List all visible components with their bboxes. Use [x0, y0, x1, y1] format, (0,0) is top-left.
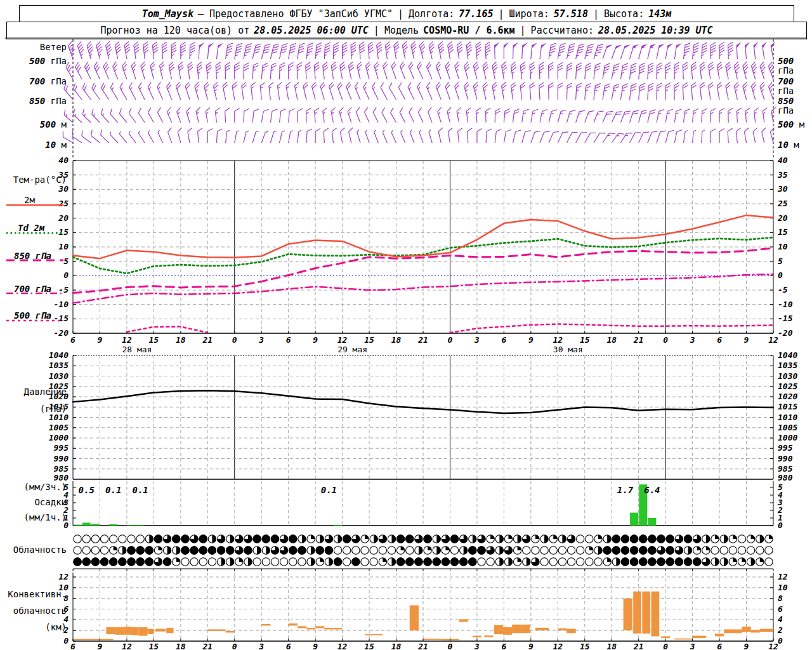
wind-barb-feather — [551, 110, 557, 112]
wind-barb-feather — [299, 43, 304, 45]
cloud-cover-fill — [119, 558, 126, 566]
cloud-cover-fill — [316, 547, 324, 554]
wind-barb-half-feather — [133, 69, 135, 71]
wind-barb-staff — [486, 111, 487, 123]
wind-barb-feather — [700, 67, 705, 70]
pressure-ytick-label-left: 995 — [54, 443, 69, 453]
wind-barb-half-feather — [148, 131, 149, 133]
cloud-cover-fill — [688, 547, 692, 554]
pressure-ytick-label-left: 1000 — [49, 433, 69, 442]
cloud-cover-fill — [136, 558, 144, 566]
wind-barb-staff — [226, 131, 227, 143]
wind-barb-feather — [152, 42, 157, 45]
cloud-cover-symbol — [109, 535, 117, 543]
bottom-hour-label: 3 — [258, 642, 264, 650]
wind-barb-half-feather — [735, 90, 737, 91]
wind-barb-staff — [298, 111, 298, 123]
wind-barb-feather — [148, 108, 151, 113]
wind-barb-feather — [101, 109, 103, 114]
wind-barb-feather — [613, 66, 619, 68]
temp-ytick-label-right: -20 — [778, 328, 793, 338]
wind-barb-staff — [513, 45, 514, 59]
convective-panel: 0022446688101012126912151821036912151821… — [58, 572, 787, 650]
hour-label: 21 — [417, 335, 428, 345]
cloud-cover-fill — [436, 547, 440, 554]
wind-barb-half-feather — [207, 72, 209, 74]
wind-barb-flag — [676, 43, 682, 48]
wind-barb-half-feather — [587, 114, 590, 114]
wind-barb-feather — [639, 86, 645, 88]
wind-barb-feather — [558, 68, 563, 71]
temp-ytick-label-left: -10 — [54, 300, 69, 309]
conv-ytick-label-left: 12 — [58, 572, 69, 581]
wind-barb-half-feather — [269, 87, 272, 89]
wind-barb-half-feather — [278, 87, 280, 89]
bottom-hour-label: 18 — [176, 642, 186, 650]
conv-cloud-bar — [410, 606, 419, 631]
wind-barb-feather — [588, 44, 594, 45]
wind-barb-half-feather — [521, 72, 524, 74]
wind-barb-feather — [245, 51, 251, 53]
wind-barb-staff — [244, 65, 244, 79]
wind-barb-staff — [558, 112, 561, 123]
wind-barb-feather — [408, 83, 411, 88]
wind-barb-staff — [178, 132, 181, 143]
wind-barb-staff — [332, 131, 333, 143]
temp-ytick-label-right: 15 — [778, 227, 788, 237]
cloud-cover-symbol — [594, 558, 602, 566]
wind-barb-flag — [606, 44, 612, 49]
cloud-cover-fill — [544, 535, 548, 543]
cloud-cover-fill — [424, 558, 431, 566]
wind-barb-half-feather — [282, 131, 285, 131]
wind-barb-staff — [167, 87, 172, 100]
wind-barb-feather — [631, 71, 636, 74]
wind-barb-staff — [428, 112, 433, 123]
wind-barb-staff — [324, 45, 325, 59]
cloud-cover-fill — [428, 547, 431, 550]
wind-barb-feather — [514, 112, 519, 114]
wind-barb-staff — [630, 112, 634, 123]
wind-barb-feather — [265, 46, 270, 48]
wind-barb-staff — [381, 88, 387, 100]
precip-bar — [136, 525, 145, 526]
cloud-cover-fill — [419, 547, 422, 554]
wind-barb-half-feather — [131, 88, 132, 90]
wind-barb-feather — [762, 128, 766, 131]
wind-barb-feather — [560, 43, 565, 45]
wind-barb-half-feather — [674, 90, 677, 91]
wind-barb-half-feather — [395, 51, 397, 53]
wind-barb-half-feather — [178, 112, 180, 114]
wind-barb-staff — [374, 66, 378, 79]
wind-barb-staff — [400, 67, 405, 79]
wind-barb-feather — [648, 83, 653, 86]
wind-barb-half-feather — [457, 112, 459, 114]
wind-barb-staff — [566, 112, 570, 123]
wind-barb-staff — [683, 131, 685, 143]
bottom-hour-label: 9 — [313, 642, 318, 650]
cloud-cover-fill — [724, 558, 728, 566]
temp-ytick-label-left: 40 — [58, 156, 69, 165]
cloud-cover-symbol — [549, 558, 557, 566]
wind-barb-staff — [486, 131, 487, 143]
cloud-cover-fill — [621, 547, 629, 554]
conv-ytick-label-left: 4 — [63, 614, 69, 624]
wind-barb-feather — [728, 128, 733, 131]
cloud-cover-fill — [751, 558, 755, 566]
wind-barb-staff — [148, 87, 154, 100]
wind-barb-feather — [138, 108, 141, 113]
cloud-cover-fill — [158, 547, 162, 550]
cloud-cover-fill — [173, 535, 180, 543]
temp-ytick-label-right: -15 — [778, 314, 793, 323]
wind-barb-feather — [770, 128, 774, 131]
wind-barb-feather — [225, 62, 230, 65]
wind-barb-feather — [674, 68, 679, 71]
wind-barb-feather — [67, 65, 70, 70]
cloud-cover-fill — [352, 558, 360, 566]
wind-barb-staff — [356, 112, 360, 123]
wind-barb-staff — [190, 45, 190, 59]
conv-cloud-bar — [131, 627, 138, 635]
wind-barb-feather — [235, 63, 240, 66]
wind-barb-staff — [289, 45, 291, 59]
wind-barb-half-feather — [502, 90, 504, 91]
wind-barb-half-feather — [251, 87, 254, 89]
